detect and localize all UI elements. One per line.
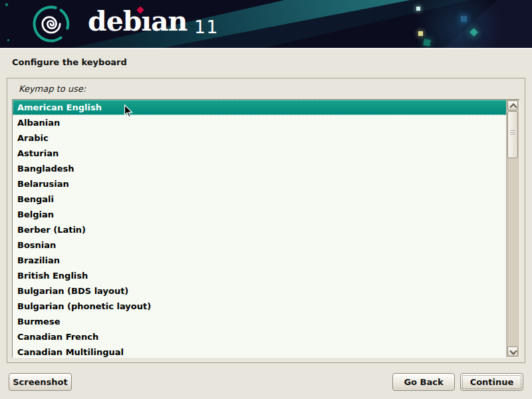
artwork-dot-icon <box>5 3 8 6</box>
header-banner: debıan 11 <box>0 0 532 49</box>
scrollbar-thumb[interactable] <box>507 111 518 158</box>
list-item[interactable]: Brazilian <box>13 253 507 268</box>
list-item[interactable]: Bulgarian (BDS layout) <box>13 283 507 299</box>
mouse-cursor-icon <box>124 104 134 118</box>
artwork-square-icon <box>418 31 423 36</box>
artwork-square-icon <box>416 7 420 11</box>
list-item[interactable]: British English <box>13 268 507 283</box>
screenshot-button[interactable]: Screenshot <box>9 373 72 391</box>
chevron-up-icon <box>509 103 517 110</box>
list-item[interactable]: Belarusian <box>13 176 507 192</box>
list-item[interactable]: Bosnian <box>13 237 507 253</box>
scrollbar-track[interactable] <box>506 100 519 357</box>
keymap-rows: American EnglishAlbanianArabicAsturianBa… <box>13 100 507 357</box>
scrollbar-up-button[interactable] <box>507 100 518 110</box>
artwork-dot-icon <box>7 39 9 41</box>
keymap-label: Keymap to use: <box>19 84 86 94</box>
list-item[interactable]: Arabic <box>13 130 507 146</box>
list-item[interactable]: Belgian <box>13 207 507 222</box>
debian-swirl-icon <box>31 4 71 44</box>
scrollbar-down-button[interactable] <box>507 346 518 356</box>
list-item[interactable]: Bangladesh <box>13 161 507 176</box>
keymap-list: American EnglishAlbanianArabicAsturianBa… <box>12 99 520 358</box>
list-item[interactable]: Asturian <box>13 146 507 161</box>
list-item[interactable]: American English <box>13 100 507 115</box>
list-item[interactable]: Albanian <box>13 115 507 130</box>
continue-button[interactable]: Continue <box>460 373 523 391</box>
chevron-down-icon <box>509 347 517 354</box>
list-item[interactable]: Berber (Latin) <box>13 222 507 237</box>
page-title: Configure the keyboard <box>12 57 127 67</box>
artwork-square-icon <box>461 16 467 22</box>
list-item[interactable]: Burmese <box>13 314 507 329</box>
list-item[interactable]: Canadian Multilingual <box>13 344 507 357</box>
brand-version: 11 <box>194 17 218 37</box>
list-item[interactable]: Bulgarian (phonetic layout) <box>13 299 507 314</box>
artwork-square-icon <box>423 39 431 47</box>
list-item[interactable]: Canadian French <box>13 329 507 344</box>
list-item[interactable]: Bengali <box>13 192 507 207</box>
scrollbar-grip-icon <box>510 130 515 136</box>
go-back-button[interactable]: Go Back <box>392 373 455 391</box>
header-artwork-glow <box>396 0 516 49</box>
